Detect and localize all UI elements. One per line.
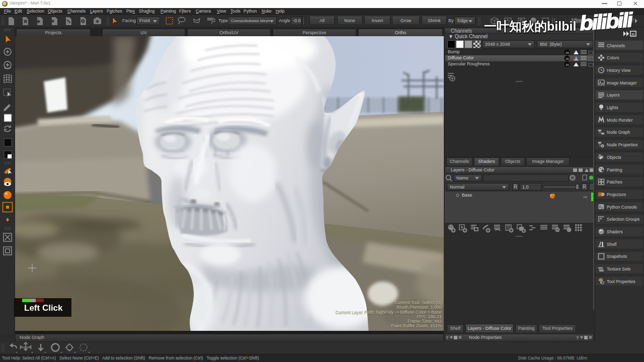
- svg-text:?: ?: [576, 335, 579, 340]
- svg-text:Image Manager: Image Manager: [607, 80, 637, 85]
- svg-text:FoV: FoV: [624, 18, 633, 24]
- svg-text:Tool Properties: Tool Properties: [607, 279, 635, 284]
- svg-text:Node Graph: Node Graph: [607, 130, 630, 135]
- svg-text:Objects: Objects: [607, 155, 621, 160]
- svg-text:Modo Render: Modo Render: [607, 118, 633, 123]
- svg-text:Texture Sets: Texture Sets: [607, 266, 630, 272]
- svg-text:16: 16: [566, 63, 569, 66]
- svg-text:?: ?: [446, 335, 449, 340]
- svg-text:History View: History View: [607, 68, 631, 73]
- svg-text:Colors: Colors: [607, 55, 619, 60]
- svg-text:Channels: Channels: [607, 43, 625, 48]
- svg-text:Layers: Layers: [607, 93, 620, 98]
- svg-text:Lights: Lights: [607, 105, 618, 110]
- svg-text:Shelf: Shelf: [607, 242, 617, 247]
- svg-text:Projectors: Projectors: [607, 192, 626, 197]
- svg-text:Node Properties: Node Properties: [607, 142, 637, 147]
- svg-text:Snapshots: Snapshots: [607, 254, 627, 259]
- svg-text:Painting: Painting: [607, 167, 622, 172]
- svg-text:Patches: Patches: [607, 179, 622, 185]
- svg-text:Mirror: Mirror: [572, 18, 585, 24]
- svg-text:16: 16: [566, 57, 569, 60]
- svg-text:Selection Groups: Selection Groups: [607, 217, 639, 222]
- svg-text:Python Console: Python Console: [607, 205, 637, 210]
- svg-text:16: 16: [566, 51, 569, 54]
- svg-text:Shaders: Shaders: [607, 229, 623, 234]
- svg-text:AB: AB: [583, 196, 587, 199]
